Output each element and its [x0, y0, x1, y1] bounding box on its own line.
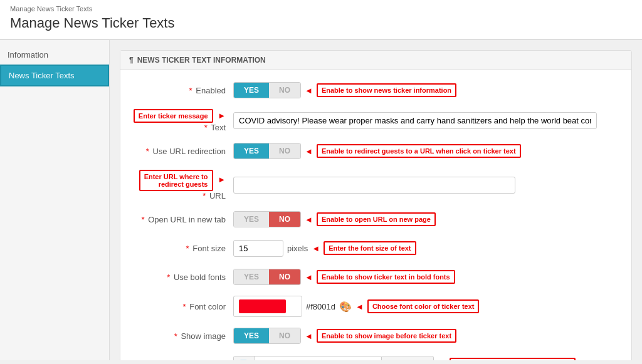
text-input[interactable] — [233, 112, 597, 129]
show-image-row: * Show image YES NO ◄ Enable to show ima… — [133, 326, 619, 346]
url-redirect-row: * Use URL redirection YES NO ◄ Enable to… — [133, 141, 619, 161]
enabled-yes-btn[interactable]: YES — [234, 83, 269, 98]
image-label: * Image — [133, 360, 233, 361]
image-arrow: ◄ — [438, 360, 446, 361]
font-color-controls: #f8001d 🎨 ◄ Choose font color of ticker … — [233, 296, 619, 317]
open-tab-toggle[interactable]: YES NO — [233, 211, 301, 227]
sidebar-item-news-ticker-texts[interactable]: News Ticker Texts — [0, 65, 109, 86]
panel-body: * Enabled YES NO ◄ Enable to show news t… — [120, 70, 631, 360]
bold-annotation: Enable to show ticker text in bold fonts — [317, 270, 455, 284]
text-annotation-left: Enter ticker message — [134, 109, 213, 123]
open-tab-label: * Open URL in new tab — [133, 215, 233, 224]
color-picker-icon[interactable]: 🎨 — [339, 301, 352, 313]
text-row: Enter ticker message ► * Text — [133, 109, 619, 132]
paragraph-icon: ¶ — [129, 56, 134, 65]
bold-controls: YES NO ◄ Enable to show ticker text in b… — [233, 269, 619, 285]
open-tab-arrow: ◄ — [305, 215, 313, 224]
url-input[interactable] — [233, 177, 515, 194]
open-tab-no-btn[interactable]: NO — [269, 212, 300, 227]
bold-label: * Use bold fonts — [133, 273, 233, 282]
open-tab-controls: YES NO ◄ Enable to open URL on new page — [233, 211, 619, 227]
show-image-annotation: Enable to show image before ticker text — [317, 329, 456, 343]
show-image-label: * Show image — [133, 331, 233, 341]
sidebar: Information News Ticker Texts — [0, 40, 110, 360]
enabled-no-btn[interactable]: NO — [269, 83, 300, 98]
url-control-wrap — [233, 177, 619, 194]
font-size-controls: pixels ◄ Enter the font size of text — [233, 240, 619, 257]
url-redirect-label: * Use URL redirection — [133, 147, 233, 156]
content-area: ¶ NEWS TICKER TEXT INFORMATION * Enabled… — [110, 40, 642, 360]
url-redirect-arrow: ◄ — [305, 147, 313, 156]
show-image-controls: YES NO ◄ Enable to show image before tic… — [233, 328, 619, 344]
font-color-annotation: Choose font color of ticker text — [367, 299, 480, 313]
image-annotation: If enable, then add image from here — [450, 358, 576, 360]
file-icon: 📄 — [234, 356, 255, 360]
text-control-wrap — [233, 112, 619, 129]
bold-toggle[interactable]: YES NO — [233, 269, 301, 285]
page-header: Manage News Ticker Texts Manage News Tic… — [0, 0, 642, 40]
url-redirect-yes-btn[interactable]: YES — [234, 143, 269, 159]
open-tab-yes-btn[interactable]: YES — [234, 212, 269, 227]
font-size-label: * Font size — [133, 244, 233, 253]
font-color-box[interactable] — [233, 296, 302, 317]
show-image-toggle[interactable]: YES NO — [233, 328, 301, 344]
bold-yes-btn[interactable]: YES — [234, 269, 269, 284]
url-redirect-annotation: Enable to redirect guests to a URL when … — [317, 144, 521, 158]
bold-row: * Use bold fonts YES NO ◄ Enable to show… — [133, 267, 619, 287]
open-tab-row: * Open URL in new tab YES NO ◄ Enable to… — [133, 209, 619, 229]
image-controls: 📄 📎 Add file ◄ If enable, then add image… — [233, 356, 619, 360]
url-redirect-no-btn[interactable]: NO — [269, 143, 300, 159]
font-size-unit: pixels — [287, 244, 308, 253]
panel-header: ¶ NEWS TICKER TEXT INFORMATION — [120, 51, 631, 70]
font-size-row: * Font size pixels ◄ Enter the font size… — [133, 238, 619, 258]
sidebar-item-information[interactable]: Information — [0, 45, 109, 65]
bold-no-btn[interactable]: NO — [269, 269, 300, 284]
enabled-row: * Enabled YES NO ◄ Enable to show news t… — [133, 80, 619, 100]
show-image-arrow: ◄ — [305, 331, 313, 341]
file-add-btn[interactable]: 📎 Add file — [381, 357, 433, 360]
panel-title: NEWS TICKER TEXT INFORMATION — [137, 56, 266, 65]
show-image-no-btn[interactable]: NO — [269, 328, 300, 343]
bold-arrow: ◄ — [305, 273, 313, 282]
url-arrow: ► — [218, 175, 226, 184]
enabled-arrow: ◄ — [305, 86, 313, 95]
url-row: Enter URL where toredirect guests ► * UR… — [133, 170, 619, 200]
panel: ¶ NEWS TICKER TEXT INFORMATION * Enabled… — [120, 50, 632, 360]
file-input-wrap: 📄 📎 Add file — [233, 356, 434, 360]
breadcrumb: Manage News Ticker Texts — [0, 0, 642, 13]
url-redirect-controls: YES NO ◄ Enable to redirect guests to a … — [233, 143, 619, 159]
font-size-annotation: Enter the font size of text — [324, 241, 416, 255]
font-size-input[interactable] — [233, 240, 283, 257]
enabled-toggle[interactable]: YES NO — [233, 82, 301, 98]
url-redirect-toggle[interactable]: YES NO — [233, 143, 301, 159]
text-arrow-left: ► — [218, 111, 226, 120]
open-tab-annotation: Enable to open URL on new page — [317, 212, 436, 226]
font-size-arrow: ◄ — [312, 244, 320, 253]
font-color-arrow: ◄ — [355, 302, 364, 311]
enabled-controls: YES NO ◄ Enable to show news ticker info… — [233, 82, 619, 98]
image-row: * Image 📄 📎 Add file ◄ — [133, 355, 619, 360]
font-color-row: * Font color #f8001d 🎨 ◄ Choose font col… — [133, 296, 619, 317]
page-title: Manage News Ticker Texts — [0, 13, 642, 39]
url-label: Enter URL where toredirect guests ► * UR… — [133, 170, 233, 200]
font-color-label: * Font color — [133, 302, 233, 311]
font-color-value: #f8001d — [306, 302, 335, 311]
enabled-annotation: Enable to show news ticker information — [317, 83, 456, 97]
enabled-label: * Enabled — [133, 86, 233, 95]
show-image-yes-btn[interactable]: YES — [234, 328, 269, 343]
color-swatch — [239, 299, 286, 313]
text-label: Enter ticker message ► * Text — [133, 109, 233, 132]
